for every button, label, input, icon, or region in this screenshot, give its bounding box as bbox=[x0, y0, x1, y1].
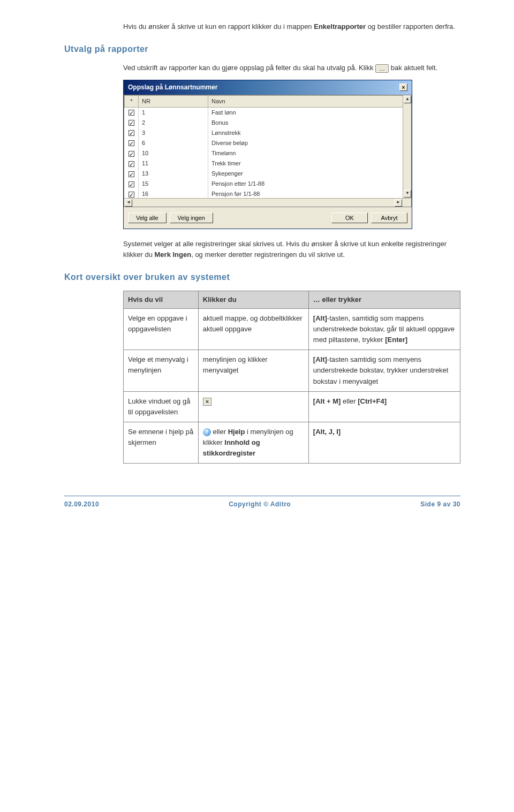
th-hvis: Hvis du vil bbox=[124, 291, 199, 308]
instruction-table: Hvis du vil Klikker du … eller trykker V… bbox=[123, 291, 460, 464]
footer-date: 02.09.2010 bbox=[64, 499, 99, 510]
checkbox-icon[interactable] bbox=[128, 110, 134, 116]
col-navn[interactable]: Navn bbox=[208, 95, 411, 107]
keycombo: [Alt, J, I] bbox=[313, 428, 341, 436]
cancel-button[interactable]: Avbryt bbox=[371, 213, 407, 223]
cell: menylinjen og klikker menyvalget bbox=[198, 350, 308, 391]
cell: ? eller Hjelp i menylinjen og klikker In… bbox=[198, 422, 308, 464]
ok-button[interactable]: OK bbox=[331, 213, 368, 223]
keycombo: [Ctrl+F4] bbox=[358, 397, 387, 405]
cell: Velge en oppgave i oppgavelisten bbox=[124, 308, 199, 350]
checkbox-icon[interactable] bbox=[128, 192, 134, 198]
paragraph: Systemet velger at alle registreringer s… bbox=[123, 239, 460, 260]
cell-navn: Lønnstrekk bbox=[208, 128, 411, 138]
dialog-title-text: Oppslag på Lønnsartnummer bbox=[128, 82, 217, 93]
cell: aktuell mappe, og dobbeltklikker aktuell… bbox=[198, 308, 308, 350]
table-row: Velge en oppgave i oppgavelisten aktuell… bbox=[124, 308, 460, 350]
table-row[interactable]: 6Diverse beløp bbox=[125, 138, 411, 148]
text-bold: Enkeltrapporter bbox=[314, 22, 366, 31]
cell-nr: 3 bbox=[139, 128, 208, 138]
th-klikker: Klikker du bbox=[198, 291, 308, 308]
checkbox-icon[interactable] bbox=[128, 130, 134, 136]
cell-navn: Diverse beløp bbox=[208, 138, 411, 148]
cell: [Alt + M] eller [Ctrl+F4] bbox=[308, 391, 460, 422]
text: -tasten samtidig som menyens understreke… bbox=[313, 355, 449, 385]
cell-nr: 13 bbox=[139, 169, 208, 179]
help-icon: ? bbox=[203, 428, 211, 436]
keycombo: [Alt + M] bbox=[313, 397, 341, 405]
footer-page: Side 9 av 30 bbox=[420, 499, 460, 510]
checkbox-icon[interactable] bbox=[128, 151, 134, 157]
checkbox-icon[interactable] bbox=[128, 120, 134, 126]
cell: × bbox=[198, 391, 308, 422]
text: eller bbox=[341, 397, 358, 405]
section-heading-utvalg: Utvalg på rapporter bbox=[64, 43, 460, 56]
text: Ved utskrift av rapporter kan du gjøre o… bbox=[123, 64, 375, 72]
cell-navn: Timelønn bbox=[208, 148, 411, 158]
cell-nr: 6 bbox=[139, 138, 208, 148]
keycombo: [Alt] bbox=[313, 314, 327, 322]
scrollbar-vertical[interactable]: ▲ ▼ bbox=[403, 95, 411, 198]
scroll-right-icon[interactable]: ► bbox=[395, 199, 402, 207]
text: bak aktuelt felt. bbox=[391, 64, 437, 72]
table-row: Lukke vinduet og gå til oppgavelisten × … bbox=[124, 391, 460, 422]
checkbox-icon[interactable] bbox=[128, 171, 134, 177]
intro-paragraph: Hvis du ønsker å skrive ut kun en rappor… bbox=[123, 21, 460, 32]
scroll-down-icon[interactable]: ▼ bbox=[404, 190, 411, 198]
table-row[interactable]: 3Lønnstrekk bbox=[125, 128, 411, 138]
table-row[interactable]: 10Timelønn bbox=[125, 148, 411, 158]
cell-navn: Fast lønn bbox=[208, 107, 411, 118]
text-bold: Hjelp bbox=[228, 428, 245, 436]
table-row: Se emnene i hjelp på skjermen ? eller Hj… bbox=[124, 422, 460, 464]
select-none-button[interactable]: Velg ingen bbox=[170, 213, 213, 223]
select-all-button[interactable]: Velg alle bbox=[128, 213, 167, 223]
scroll-left-icon[interactable]: ◄ bbox=[125, 199, 132, 207]
dialog-titlebar: Oppslag på Lønnsartnummer × bbox=[124, 80, 412, 95]
cell: [Alt]-tasten samtidig som menyens unders… bbox=[308, 350, 460, 391]
cell-nr: 1 bbox=[139, 107, 208, 118]
cell: [Alt, J, I] bbox=[308, 422, 460, 464]
cell-navn: Trekk timer bbox=[208, 158, 411, 169]
cell-nr: 2 bbox=[139, 118, 208, 128]
table-row[interactable]: 15Pensjon etter 1/1-88 bbox=[125, 179, 411, 189]
scrollbar-horizontal[interactable]: ◄ ► bbox=[124, 198, 411, 207]
text: eller bbox=[211, 428, 228, 436]
lookup-dialog: Oppslag på Lønnsartnummer × * NR Navn 1F… bbox=[123, 80, 412, 229]
keycombo: [Alt] bbox=[313, 355, 327, 363]
close-window-icon: × bbox=[203, 398, 211, 406]
lookup-table: * NR Navn 1Fast lønn2Bonus3Lønnstrekk6Di… bbox=[124, 95, 411, 207]
cell-nr: 11 bbox=[139, 158, 208, 169]
close-icon[interactable]: × bbox=[399, 84, 407, 91]
cell-navn: Bonus bbox=[208, 118, 411, 128]
col-checkbox[interactable]: * bbox=[125, 95, 139, 107]
dialog-button-row: Velg alle Velg ingen OK Avbryt bbox=[124, 207, 412, 229]
text: og bestiller rapporten derfra. bbox=[366, 22, 455, 31]
table-row: Velge et menyvalg i menylinjen menylinje… bbox=[124, 350, 460, 391]
cell: Se emnene i hjelp på skjermen bbox=[124, 422, 199, 464]
text: , og merker deretter registreringen du v… bbox=[191, 251, 345, 259]
cell: Lukke vinduet og gå til oppgavelisten bbox=[124, 391, 199, 422]
col-nr[interactable]: NR bbox=[139, 95, 208, 107]
scroll-up-icon[interactable]: ▲ bbox=[404, 96, 411, 103]
table-row[interactable]: 1Fast lønn bbox=[125, 107, 411, 118]
table-row[interactable]: 2Bonus bbox=[125, 118, 411, 128]
th-trykker: … eller trykker bbox=[308, 291, 460, 308]
cell: Velge et menyvalg i menylinjen bbox=[124, 350, 199, 391]
cell-nr: 10 bbox=[139, 148, 208, 158]
checkbox-icon[interactable] bbox=[128, 181, 134, 187]
text: Hvis du ønsker å skrive ut kun en rappor… bbox=[123, 22, 314, 31]
cell: [Alt]-tasten, samtidig som mappens under… bbox=[308, 308, 460, 350]
cell-navn: Sykepenger bbox=[208, 169, 411, 179]
checkbox-icon[interactable] bbox=[128, 140, 134, 146]
text: -tasten, samtidig som mappens understrek… bbox=[313, 314, 455, 344]
text-bold: Merk Ingen bbox=[155, 251, 192, 259]
footer-copyright: Copyright © Aditro bbox=[229, 499, 291, 510]
section-heading-oversikt: Kort oversikt over bruken av systemet bbox=[64, 271, 460, 284]
table-row[interactable]: 13Sykepenger bbox=[125, 169, 411, 179]
ellipsis-button-icon: … bbox=[375, 64, 389, 73]
cell-navn: Pensjon etter 1/1-88 bbox=[208, 179, 411, 189]
table-row[interactable]: 11Trekk timer bbox=[125, 158, 411, 169]
keycombo: [Enter] bbox=[385, 336, 407, 344]
cell-nr: 15 bbox=[139, 179, 208, 189]
checkbox-icon[interactable] bbox=[128, 161, 134, 167]
